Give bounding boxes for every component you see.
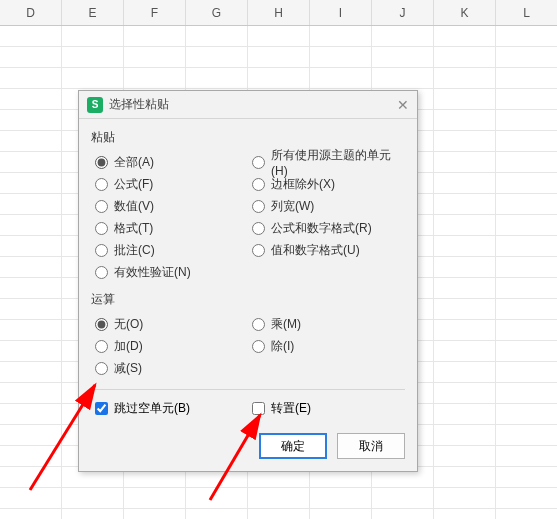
- col-header[interactable]: H: [248, 0, 310, 25]
- ok-button[interactable]: 确定: [259, 433, 327, 459]
- radio-label: 批注(C): [114, 242, 155, 259]
- radio-label: 公式(F): [114, 176, 153, 193]
- radio-label: 除(I): [271, 338, 294, 355]
- cancel-button[interactable]: 取消: [337, 433, 405, 459]
- radio-label: 乘(M): [271, 316, 301, 333]
- paste-section-label: 粘贴: [91, 129, 405, 146]
- checkbox-transpose[interactable]: [252, 402, 265, 415]
- radio-op-div[interactable]: [252, 340, 265, 353]
- close-icon[interactable]: ✕: [397, 97, 409, 113]
- op-options-right: 乘(M) 除(I): [248, 313, 405, 379]
- operation-section-label: 运算: [91, 291, 405, 308]
- radio-paste-noborder[interactable]: [252, 178, 265, 191]
- radio-paste-format[interactable]: [95, 222, 108, 235]
- radio-op-add[interactable]: [95, 340, 108, 353]
- checkbox-label: 跳过空单元(B): [114, 400, 190, 417]
- radio-label: 列宽(W): [271, 198, 314, 215]
- col-header[interactable]: I: [310, 0, 372, 25]
- radio-label: 公式和数字格式(R): [271, 220, 372, 237]
- radio-label: 减(S): [114, 360, 142, 377]
- paste-options-right: 所有使用源主题的单元(H) 边框除外(X) 列宽(W) 公式和数字格式(R) 值…: [248, 151, 405, 283]
- radio-paste-value[interactable]: [95, 200, 108, 213]
- radio-op-sub[interactable]: [95, 362, 108, 375]
- radio-paste-formula[interactable]: [95, 178, 108, 191]
- dialog-titlebar[interactable]: S 选择性粘贴 ✕: [79, 91, 417, 119]
- radio-label: 数值(V): [114, 198, 154, 215]
- radio-paste-colwidth[interactable]: [252, 200, 265, 213]
- col-header[interactable]: D: [0, 0, 62, 25]
- radio-label: 所有使用源主题的单元(H): [271, 147, 405, 178]
- col-header[interactable]: F: [124, 0, 186, 25]
- radio-label: 无(O): [114, 316, 143, 333]
- column-headers: D E F G H I J K L: [0, 0, 557, 26]
- dialog-title: 选择性粘贴: [109, 96, 169, 113]
- radio-label: 值和数字格式(U): [271, 242, 360, 259]
- radio-label: 加(D): [114, 338, 143, 355]
- radio-label: 格式(T): [114, 220, 153, 237]
- col-header[interactable]: K: [434, 0, 496, 25]
- app-icon: S: [87, 97, 103, 113]
- paste-options-left: 全部(A) 公式(F) 数值(V) 格式(T) 批注(C) 有效性验证(N): [91, 151, 248, 283]
- checkbox-label: 转置(E): [271, 400, 311, 417]
- col-header[interactable]: E: [62, 0, 124, 25]
- col-header[interactable]: J: [372, 0, 434, 25]
- radio-paste-value-numfmt[interactable]: [252, 244, 265, 257]
- checkbox-skip-blanks[interactable]: [95, 402, 108, 415]
- radio-label: 边框除外(X): [271, 176, 335, 193]
- col-header[interactable]: G: [186, 0, 248, 25]
- op-options-left: 无(O) 加(D) 减(S): [91, 313, 248, 379]
- paste-special-dialog: S 选择性粘贴 ✕ 粘贴 全部(A) 公式(F) 数值(V) 格式(T) 批注(…: [78, 90, 418, 472]
- radio-op-none[interactable]: [95, 318, 108, 331]
- radio-paste-validation[interactable]: [95, 266, 108, 279]
- col-header[interactable]: L: [496, 0, 557, 25]
- radio-paste-theme[interactable]: [252, 156, 265, 169]
- radio-label: 全部(A): [114, 154, 154, 171]
- radio-paste-all[interactable]: [95, 156, 108, 169]
- radio-label: 有效性验证(N): [114, 264, 191, 281]
- radio-op-mul[interactable]: [252, 318, 265, 331]
- radio-paste-comment[interactable]: [95, 244, 108, 257]
- radio-paste-formula-numfmt[interactable]: [252, 222, 265, 235]
